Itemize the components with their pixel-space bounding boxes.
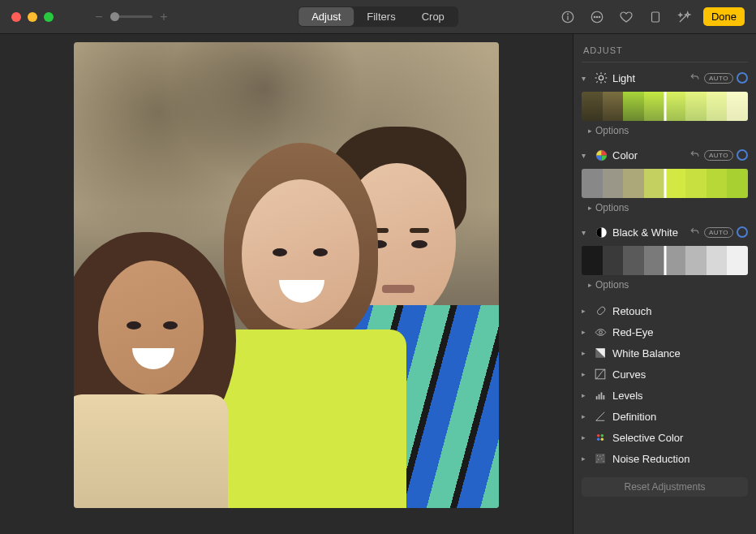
adjust-header-light[interactable]: ▾ Light AUTO bbox=[582, 69, 748, 87]
auto-button-bw[interactable]: AUTO bbox=[704, 227, 733, 238]
reset-adjustments-button[interactable]: Reset Adjustments bbox=[582, 477, 748, 497]
toolbar-right: Done bbox=[557, 6, 745, 28]
zoom-in-button[interactable]: + bbox=[157, 11, 170, 24]
svg-point-28 bbox=[597, 438, 600, 441]
selectivecolor-icon bbox=[594, 431, 607, 444]
info-icon[interactable] bbox=[557, 6, 578, 28]
adjust-row-noisereduction[interactable]: ▸ Noise Reduction bbox=[582, 448, 748, 469]
auto-button-light[interactable]: AUTO bbox=[704, 73, 733, 84]
slider-handle[interactable] bbox=[664, 92, 666, 121]
window-controls bbox=[11, 12, 54, 22]
tab-filters[interactable]: Filters bbox=[354, 7, 408, 26]
enable-toggle-bw[interactable] bbox=[737, 226, 748, 238]
adjust-label-light: Light bbox=[612, 72, 685, 84]
chevron-right-icon: ▸ bbox=[588, 281, 592, 289]
slider-handle[interactable] bbox=[664, 246, 666, 275]
svg-point-29 bbox=[601, 438, 604, 441]
svg-point-19 bbox=[599, 330, 602, 334]
color-icon bbox=[595, 149, 608, 161]
svg-point-6 bbox=[599, 16, 600, 18]
adjust-header-color[interactable]: ▾ Color AUTO bbox=[582, 146, 748, 164]
enable-toggle-color[interactable] bbox=[737, 149, 748, 161]
svg-point-35 bbox=[601, 458, 602, 459]
chevron-right-icon: ▸ bbox=[588, 127, 592, 135]
aspect-icon[interactable] bbox=[645, 6, 666, 28]
svg-point-27 bbox=[601, 434, 604, 437]
svg-point-4 bbox=[594, 16, 595, 18]
color-filmstrip[interactable] bbox=[582, 169, 748, 198]
chevron-down-icon: ▾ bbox=[582, 228, 590, 237]
chevron-right-icon: ▸ bbox=[582, 307, 588, 315]
adjust-label-color: Color bbox=[612, 149, 685, 161]
main-area: ADJUST ▾ Light AUTO ▸Options ▾ bbox=[0, 34, 756, 534]
magic-wand-icon[interactable] bbox=[674, 6, 695, 28]
adjustments-sidebar: ADJUST ▾ Light AUTO ▸Options ▾ bbox=[573, 34, 756, 534]
adjust-row-levels[interactable]: ▸ Levels bbox=[582, 385, 748, 406]
chevron-right-icon: ▸ bbox=[588, 204, 592, 212]
svg-point-37 bbox=[596, 462, 597, 463]
svg-rect-23 bbox=[599, 394, 600, 399]
svg-point-36 bbox=[604, 461, 604, 462]
done-button[interactable]: Done bbox=[703, 7, 745, 26]
adjust-label-bw: Black & White bbox=[612, 226, 685, 239]
svg-rect-25 bbox=[604, 395, 605, 399]
undo-icon[interactable] bbox=[689, 149, 701, 161]
options-toggle-color[interactable]: ▸Options bbox=[582, 200, 748, 218]
zoom-slider[interactable] bbox=[110, 15, 152, 18]
retouch-icon bbox=[594, 304, 607, 317]
fullscreen-window-button[interactable] bbox=[44, 12, 54, 22]
photo-preview[interactable] bbox=[74, 42, 499, 508]
svg-point-33 bbox=[603, 454, 604, 455]
svg-rect-24 bbox=[601, 393, 603, 400]
svg-point-34 bbox=[598, 459, 599, 460]
enable-toggle-light[interactable] bbox=[737, 72, 748, 84]
svg-point-2 bbox=[568, 13, 569, 14]
svg-point-8 bbox=[599, 75, 603, 80]
undo-icon[interactable] bbox=[689, 226, 701, 238]
adjust-row-definition[interactable]: ▸ Definition bbox=[582, 406, 748, 427]
svg-point-26 bbox=[597, 434, 600, 437]
adjust-row-selectivecolor[interactable]: ▸ Selective Color bbox=[582, 427, 748, 448]
adjust-row-whitebalance[interactable]: ▸ White Balance bbox=[582, 342, 748, 364]
chevron-down-icon: ▾ bbox=[582, 151, 590, 160]
minimize-window-button[interactable] bbox=[28, 12, 37, 22]
svg-line-14 bbox=[604, 81, 605, 82]
adjust-section-bw: ▾ Black & White AUTO ▸Options bbox=[582, 223, 748, 295]
auto-button-color[interactable]: AUTO bbox=[704, 150, 733, 161]
svg-point-31 bbox=[597, 455, 598, 456]
zoom-controls: − + bbox=[92, 11, 170, 24]
adjust-section-light: ▾ Light AUTO ▸Options bbox=[582, 69, 748, 141]
favorite-icon[interactable] bbox=[616, 6, 637, 28]
adjust-row-curves[interactable]: ▸ Curves bbox=[582, 364, 748, 385]
chevron-right-icon: ▸ bbox=[582, 433, 588, 441]
mode-segmented-control: Adjust Filters Crop bbox=[298, 6, 458, 27]
light-icon bbox=[595, 71, 608, 84]
options-toggle-bw[interactable]: ▸Options bbox=[582, 277, 748, 295]
adjust-row-retouch[interactable]: ▸ Retouch bbox=[582, 300, 748, 321]
zoom-out-button[interactable]: − bbox=[92, 11, 105, 24]
bw-filmstrip[interactable] bbox=[582, 246, 748, 275]
undo-icon[interactable] bbox=[689, 72, 701, 84]
adjust-header-bw[interactable]: ▾ Black & White AUTO bbox=[582, 223, 748, 241]
slider-handle[interactable] bbox=[664, 169, 666, 198]
svg-point-32 bbox=[599, 456, 600, 457]
svg-rect-7 bbox=[651, 12, 659, 22]
titlebar: − + Adjust Filters Crop Done bbox=[0, 0, 756, 34]
light-filmstrip[interactable] bbox=[582, 92, 748, 121]
tab-adjust[interactable]: Adjust bbox=[299, 7, 354, 26]
curves-icon bbox=[594, 368, 607, 381]
chevron-down-icon: ▾ bbox=[582, 74, 590, 83]
chevron-right-icon: ▸ bbox=[582, 454, 588, 463]
levels-icon bbox=[594, 389, 607, 402]
close-window-button[interactable] bbox=[11, 12, 21, 22]
options-toggle-light[interactable]: ▸Options bbox=[582, 123, 748, 141]
whitebalance-icon bbox=[594, 347, 607, 360]
more-icon[interactable] bbox=[586, 6, 608, 28]
chevron-right-icon: ▸ bbox=[582, 391, 588, 399]
adjust-section-color: ▾ Color AUTO ▸Options bbox=[582, 146, 748, 218]
svg-line-13 bbox=[596, 73, 597, 74]
chevron-right-icon: ▸ bbox=[582, 349, 588, 357]
adjust-row-redeye[interactable]: ▸ Red-Eye bbox=[582, 321, 748, 342]
eye-icon bbox=[594, 325, 607, 338]
tab-crop[interactable]: Crop bbox=[409, 7, 457, 26]
